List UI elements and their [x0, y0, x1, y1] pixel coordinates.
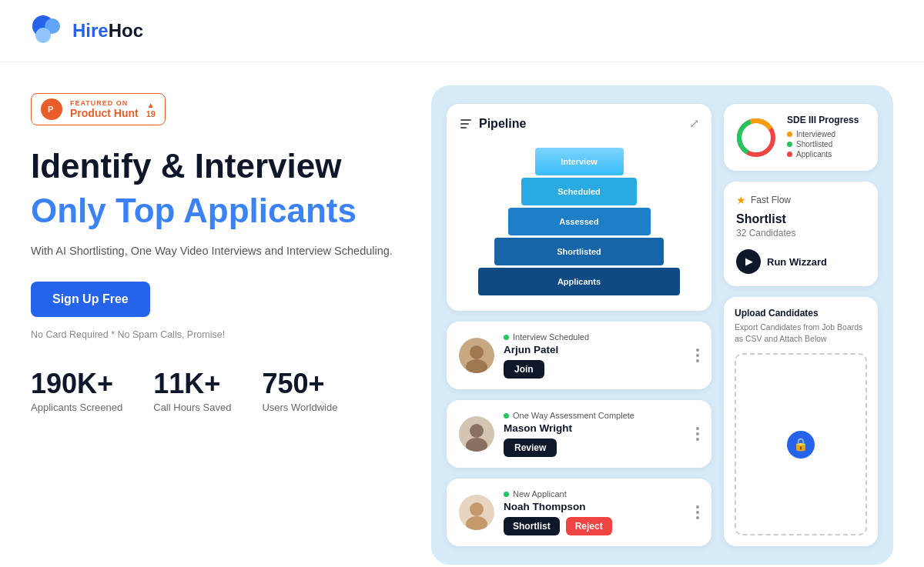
- candidate-name-arjun: Arjun Patel: [504, 344, 687, 355]
- stat-users: 750+ Users Worldwide: [262, 368, 337, 413]
- upload-card: Upload Candidates Export Candidates from…: [724, 297, 878, 546]
- star-icon: ★: [736, 194, 746, 206]
- card-menu-arjun[interactable]: [696, 349, 699, 362]
- svg-point-9: [470, 345, 484, 359]
- menu-dot: [696, 516, 699, 519]
- legend-applicants: Applicants: [787, 150, 859, 158]
- logo-text: HireHoc: [72, 20, 143, 42]
- pyramid-scheduled: Scheduled: [521, 178, 637, 205]
- status-dot-arjun: [504, 335, 509, 340]
- expand-icon[interactable]: ⤢: [689, 116, 699, 131]
- svg-rect-6: [460, 123, 469, 125]
- candidate-info-mason: One Way Assessment Complete Mason Wright…: [504, 411, 687, 457]
- svg-point-15: [470, 502, 484, 516]
- menu-dot: [696, 511, 699, 514]
- fast-flow-header: ★ Fast Flow: [736, 194, 865, 206]
- card-menu-mason[interactable]: [696, 427, 699, 441]
- candidate-info-arjun: Interview Scheduled Arjun Patel Join: [504, 332, 687, 379]
- pipeline-icon: [459, 117, 473, 131]
- play-icon: ▶: [736, 249, 761, 274]
- pyramid-interview: Interview: [535, 148, 624, 175]
- stat-applicants: 190K+ Applicants Screened: [31, 368, 122, 413]
- menu-dot: [696, 432, 699, 435]
- no-card-text: No Card Required * No Spam Calls, Promis…: [31, 329, 400, 340]
- candidate-info-noah: New Applicant Noah Thompson Shortlist Re…: [504, 489, 687, 535]
- avatar-mason: [459, 416, 494, 452]
- candidate-card-mason: One Way Assessment Complete Mason Wright…: [447, 400, 711, 468]
- status-dot-mason: [504, 413, 509, 419]
- svg-rect-5: [460, 119, 471, 121]
- candidate-status-noah: New Applicant: [504, 489, 687, 499]
- upload-title: Upload Candidates: [735, 308, 867, 319]
- status-dot-noah: [504, 492, 509, 497]
- header: HireHoc: [0, 0, 924, 62]
- menu-dot: [696, 354, 699, 357]
- svg-rect-7: [460, 127, 467, 128]
- sde-progress-card: SDE III Progress Interviewed Shortlisted…: [724, 104, 878, 171]
- legend-dot-applicants: [787, 152, 792, 157]
- candidate-actions-noah: Shortlist Reject: [504, 517, 687, 535]
- legend-interviewed: Interviewed: [787, 130, 859, 138]
- headline-main: Identify & Interview: [31, 147, 400, 186]
- fast-flow-card: ★ Fast Flow Shortlist 32 Candidates ▶ Ru…: [724, 182, 878, 286]
- review-button[interactable]: Review: [504, 439, 557, 457]
- legend-dot-shortlisted: [787, 142, 792, 147]
- pipeline-pyramid: Interview Scheduled Assessed Shortlisted…: [459, 142, 699, 299]
- shortlist-title: Shortlist: [736, 212, 865, 226]
- product-hunt-text: FEATURED ON Product Hunt: [70, 99, 139, 119]
- join-button[interactable]: Join: [504, 360, 544, 379]
- pipeline-card: Pipeline ⤢ Interview Scheduled Assessed …: [447, 104, 711, 311]
- fast-flow-label: Fast Flow: [751, 195, 791, 205]
- product-hunt-icon: P: [41, 98, 62, 120]
- headline-blue: Only Top Applicants: [31, 191, 400, 232]
- logo-icon: [31, 14, 65, 48]
- card-menu-noah[interactable]: [696, 505, 699, 519]
- menu-dot: [696, 359, 699, 362]
- product-hunt-badge[interactable]: P FEATURED ON Product Hunt ▲ 19: [31, 93, 166, 125]
- upload-desc: Export Candidates from Job Boards as CSV…: [735, 322, 867, 344]
- stats-section: 190K+ Applicants Screened 11K+ Call Hour…: [31, 368, 400, 413]
- pipeline-column: Pipeline ⤢ Interview Scheduled Assessed …: [447, 104, 711, 546]
- avatar-noah: [459, 495, 494, 530]
- pipeline-header: Pipeline ⤢: [459, 116, 699, 131]
- upload-dropzone[interactable]: 🔒: [735, 353, 867, 535]
- sde-progress-title: SDE III Progress: [787, 115, 859, 125]
- svg-point-12: [470, 424, 484, 438]
- menu-dot: [696, 505, 699, 509]
- svg-point-2: [35, 28, 51, 43]
- signup-button[interactable]: Sign Up Free: [31, 282, 150, 317]
- pyramid-applicants: Applicants: [478, 268, 680, 295]
- candidate-status-arjun: Interview Scheduled: [504, 332, 687, 342]
- pyramid-shortlisted: Shortlisted: [494, 238, 664, 265]
- progress-ring: [735, 116, 778, 159]
- candidate-actions-mason: Review: [504, 439, 687, 457]
- menu-dot: [696, 349, 699, 352]
- avatar-arjun: [459, 338, 494, 373]
- candidate-card-noah: New Applicant Noah Thompson Shortlist Re…: [447, 479, 711, 546]
- sde-progress-info: SDE III Progress Interviewed Shortlisted…: [787, 115, 859, 160]
- svg-text:P: P: [48, 105, 53, 114]
- pyramid-assessed: Assessed: [508, 208, 651, 235]
- legend-shortlisted: Shortlisted: [787, 140, 859, 148]
- candidate-card-arjun: Interview Scheduled Arjun Patel Join: [447, 322, 711, 389]
- candidate-actions-arjun: Join: [504, 360, 687, 379]
- main-content: P FEATURED ON Product Hunt ▲ 19 Identify…: [0, 62, 924, 567]
- right-panel: Pipeline ⤢ Interview Scheduled Assessed …: [431, 85, 893, 565]
- subtext: With AI Shortlisting, One Way Video Inte…: [31, 243, 400, 260]
- candidate-name-noah: Noah Thompson: [504, 501, 687, 512]
- legend-dot-interviewed: [787, 132, 792, 137]
- run-wizzard-button[interactable]: ▶ Run Wizzard: [736, 249, 827, 274]
- menu-dot: [696, 438, 699, 441]
- candidate-name-mason: Mason Wright: [504, 422, 687, 434]
- left-panel: P FEATURED ON Product Hunt ▲ 19 Identify…: [31, 85, 400, 565]
- product-hunt-count: ▲ 19: [146, 101, 156, 118]
- shortlist-count: 32 Candidates: [736, 228, 865, 238]
- right-column: SDE III Progress Interviewed Shortlisted…: [724, 104, 878, 546]
- shortlist-button[interactable]: Shortlist: [504, 517, 560, 535]
- reject-button[interactable]: Reject: [566, 517, 612, 535]
- pipeline-title: Pipeline: [459, 117, 526, 131]
- stat-hours: 11K+ Call Hours Saved: [153, 368, 231, 413]
- menu-dot: [696, 427, 699, 430]
- upload-icon: 🔒: [787, 431, 815, 459]
- candidate-status-mason: One Way Assessment Complete: [504, 411, 687, 420]
